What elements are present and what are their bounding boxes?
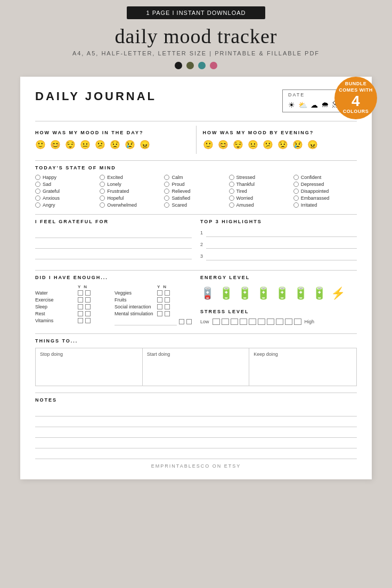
stress-box-5[interactable]: [249, 318, 256, 325]
eve-emoji-1: 🙂: [203, 140, 214, 150]
mind-item-scared: Scared: [164, 202, 227, 208]
sleep-y[interactable]: [78, 304, 83, 309]
battery-7: ⚡: [331, 287, 345, 300]
have-row-rest: Rest: [35, 311, 112, 316]
circle-depressed[interactable]: [293, 182, 299, 187]
stress-box-4[interactable]: [240, 318, 247, 325]
fruits-checkboxes: [157, 297, 170, 303]
social-checkboxes: [157, 304, 170, 309]
custom-line: [115, 318, 177, 325]
circle-sad[interactable]: [35, 182, 40, 187]
divider-6: [35, 393, 357, 393]
custom-y[interactable]: [179, 319, 184, 324]
circle-embarrassed[interactable]: [293, 195, 299, 201]
social-y[interactable]: [157, 304, 162, 309]
circle-angry[interactable]: [35, 202, 40, 208]
mind-item-embarrassed: Embarrassed: [293, 195, 357, 201]
circle-relieved[interactable]: [164, 189, 169, 194]
mental-y[interactable]: [157, 311, 162, 316]
page-wrapper: BUNDLE COMES WITH 4 COLOURS DAILY JOURNA…: [0, 77, 392, 495]
eve-emoji-8: 😠: [307, 140, 318, 150]
dot-olive: [186, 62, 194, 69]
circle-hopeful[interactable]: [100, 195, 105, 201]
circle-disappointed[interactable]: [293, 189, 299, 194]
mind-item-thankful: Thankful: [229, 182, 292, 187]
social-n[interactable]: [165, 304, 170, 309]
mind-item-hopeful: Hopeful: [100, 195, 163, 201]
things-start-label: Start doing: [147, 352, 245, 357]
stress-box-8[interactable]: [276, 318, 283, 325]
eve-emoji-5: 😕: [263, 140, 273, 150]
have-row-water: Water: [35, 290, 112, 296]
circle-confident[interactable]: [293, 175, 299, 180]
mind-item-irritated: Irritated: [293, 202, 357, 208]
circle-satisfied[interactable]: [164, 195, 169, 201]
stress-box-7[interactable]: [267, 318, 274, 325]
cloud-icon: ☁: [311, 101, 318, 110]
circle-irritated[interactable]: [293, 202, 299, 208]
mental-n[interactable]: [165, 311, 170, 316]
water-y[interactable]: [78, 290, 83, 296]
mind-item-happy: Happy: [35, 175, 99, 180]
exercise-y[interactable]: [78, 297, 83, 303]
mind-item-disappointed: Disappointed: [293, 189, 357, 194]
have-grid: YN Water Exercise: [35, 284, 192, 327]
stress-box-2[interactable]: [222, 318, 229, 325]
veggies-y[interactable]: [157, 290, 162, 296]
custom-n[interactable]: [186, 319, 192, 324]
stress-box-3[interactable]: [231, 318, 238, 325]
battery-0: 🪫: [200, 287, 215, 300]
energy-label: ENERGY LEVEL: [200, 275, 357, 280]
battery-5: 🔋: [293, 287, 308, 300]
emoji-4: 😐: [80, 140, 91, 150]
circle-grateful[interactable]: [35, 189, 40, 194]
battery-4: 🔋: [275, 287, 289, 300]
stress-box-6[interactable]: [258, 318, 265, 325]
circle-proud[interactable]: [164, 182, 169, 187]
divider-4: [35, 270, 357, 271]
stress-box-1[interactable]: [213, 318, 220, 325]
circle-lonely[interactable]: [100, 182, 105, 187]
circle-calm[interactable]: [164, 175, 169, 180]
circle-happy[interactable]: [35, 175, 40, 180]
vitamins-n[interactable]: [85, 318, 91, 323]
circle-thankful[interactable]: [229, 182, 234, 187]
water-n[interactable]: [85, 290, 91, 296]
circle-overwhelmed[interactable]: [100, 202, 105, 208]
eve-emoji-7: 😢: [292, 140, 303, 150]
circle-amused[interactable]: [229, 202, 234, 208]
things-stop-label: Stop doing: [40, 352, 138, 357]
circle-tired[interactable]: [229, 189, 234, 194]
divider-5: [35, 333, 357, 334]
veggies-n[interactable]: [165, 290, 170, 296]
notes-section: NOTES: [35, 397, 357, 459]
sleep-n[interactable]: [85, 304, 91, 309]
mind-item-grateful: Grateful: [35, 189, 99, 194]
did-i-have-section: DID I HAVE ENOUGH... YN Water: [35, 275, 192, 327]
sleep-checkboxes: [78, 304, 91, 309]
stress-box-10[interactable]: [294, 318, 301, 325]
vitamins-y[interactable]: [78, 318, 83, 323]
fruits-n[interactable]: [165, 297, 170, 303]
circle-excited[interactable]: [100, 175, 105, 180]
things-start: Start doing: [143, 348, 250, 386]
rest-n[interactable]: [85, 311, 91, 316]
circle-scared[interactable]: [164, 202, 169, 208]
circle-anxious[interactable]: [35, 195, 40, 201]
dot-pink: [210, 62, 217, 69]
circle-stressed[interactable]: [229, 175, 234, 180]
exercise-n[interactable]: [85, 297, 91, 303]
state-of-mind-section: TODAY'S STATE OF MIND Happy Excited Calm…: [35, 165, 357, 208]
rest-y[interactable]: [78, 311, 83, 316]
circle-frustrated[interactable]: [100, 189, 105, 194]
vitamins-checkboxes: [78, 318, 91, 323]
have-row-veggies: Veggies: [115, 290, 192, 296]
have-row-fruits: Fruits: [115, 297, 192, 303]
emoji-2: 😊: [50, 140, 61, 150]
fruits-y[interactable]: [157, 297, 162, 303]
mood-evening-section: HOW WAS MY MOOD BY EVENING? 🙂 😊 😌 😐 😕 😟 …: [197, 126, 357, 154]
stress-box-9[interactable]: [285, 318, 292, 325]
circle-worried[interactable]: [229, 195, 234, 201]
have-row-sleep: Sleep: [35, 304, 112, 309]
battery-6: 🔋: [312, 287, 326, 300]
